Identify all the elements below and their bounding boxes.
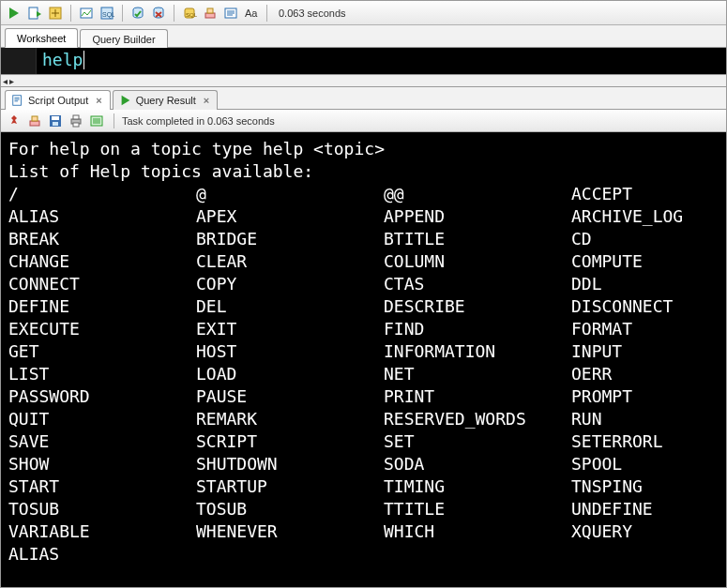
help-topic: ACCEPT — [571, 183, 719, 205]
run-script-button[interactable] — [25, 4, 44, 23]
help-topic: DEFINE — [8, 295, 196, 318]
script-output-icon — [11, 94, 24, 107]
help-topic: RUN — [571, 408, 719, 430]
svg-text:SQL: SQL — [186, 12, 197, 18]
task-status-label: Task completed in 0.063 seconds — [122, 115, 275, 127]
help-topic: SETERRORL — [571, 430, 719, 453]
tab-query-result[interactable]: Query Result × — [113, 90, 219, 110]
editor-gutter — [1, 48, 37, 74]
svg-rect-1 — [29, 8, 38, 19]
help-topic: APPEND — [384, 205, 571, 228]
pin-button[interactable] — [5, 112, 23, 130]
help-topic: @ — [196, 183, 384, 205]
svg-rect-15 — [13, 96, 22, 106]
help-topic: TNSPING — [571, 475, 719, 498]
scroll-right-icon[interactable]: ▸ — [9, 76, 14, 86]
help-topic: BTITLE — [384, 228, 571, 250]
results-toolbar: Task completed in 0.063 seconds — [1, 110, 726, 132]
help-topic: STARTUP — [196, 475, 384, 498]
help-topic: SAVE — [8, 430, 196, 453]
explain-plan-button[interactable] — [46, 4, 65, 23]
help-topic: ALIAS — [8, 205, 196, 228]
help-topic: SHOW — [8, 453, 196, 475]
help-topic: CD — [571, 228, 719, 250]
help-topic: ARCHIVE_LOG — [571, 205, 719, 228]
buffer-size-button[interactable] — [87, 112, 106, 130]
help-topic: NET — [384, 363, 571, 385]
help-topic: SHUTDOWN — [196, 453, 384, 475]
clear-button[interactable] — [201, 4, 220, 23]
help-topic: CTAS — [384, 273, 571, 295]
help-topic: PAUSE — [196, 385, 384, 408]
help-topic: QUIT — [8, 408, 196, 430]
svg-rect-4 — [81, 8, 92, 18]
svg-rect-12 — [207, 8, 213, 13]
output-line: List of Help topics available: — [8, 160, 719, 183]
commit-button[interactable] — [129, 4, 147, 23]
help-topic: COLUMN — [384, 250, 571, 273]
svg-rect-18 — [32, 116, 38, 121]
svg-rect-11 — [205, 13, 215, 18]
print-output-button[interactable] — [67, 112, 85, 130]
help-topic: PASSWORD — [8, 385, 196, 408]
help-topic: COMPUTE — [571, 250, 719, 273]
help-topic: COPY — [196, 273, 384, 295]
unshared-worksheet-button[interactable]: SQL — [180, 4, 199, 23]
tab-query-builder[interactable]: Query Builder — [80, 29, 167, 48]
toolbar-separator — [266, 5, 267, 22]
save-output-button[interactable] — [46, 112, 65, 130]
help-topic: ALIAS — [8, 543, 196, 565]
help-topic: INFORMATION — [384, 340, 571, 363]
help-topic: BREAK — [8, 228, 196, 250]
help-topic: PROMPT — [571, 385, 719, 408]
rollback-button[interactable] — [149, 4, 168, 23]
help-topic: TTITLE — [384, 498, 571, 520]
help-topic: WHENEVER — [196, 520, 384, 543]
clear-output-button[interactable] — [25, 112, 44, 130]
close-icon[interactable]: × — [96, 95, 101, 106]
svg-rect-20 — [52, 116, 59, 120]
svg-marker-16 — [121, 96, 129, 106]
help-topic: EXECUTE — [8, 318, 196, 340]
tab-script-output-label: Script Output — [28, 95, 88, 106]
help-topic: START — [8, 475, 196, 498]
to-upper-lower-button[interactable]: Aa — [242, 4, 261, 23]
sql-tuning-button[interactable]: SQL — [98, 4, 116, 23]
help-topic: BRIDGE — [196, 228, 384, 250]
help-topic: CLEAR — [196, 250, 384, 273]
autotrace-button[interactable] — [77, 4, 96, 23]
close-icon[interactable]: × — [204, 95, 209, 106]
scroll-left-icon[interactable]: ◂ — [3, 76, 8, 86]
elapsed-time-label: 0.063 seconds — [279, 8, 346, 19]
help-topic: XQUERY — [571, 520, 719, 543]
svg-rect-23 — [73, 115, 79, 119]
svg-marker-0 — [9, 8, 19, 19]
tab-worksheet[interactable]: Worksheet — [5, 28, 78, 48]
svg-rect-17 — [30, 121, 39, 126]
tab-script-output[interactable]: Script Output × — [5, 90, 111, 110]
script-output-console[interactable]: For help on a topic type help <topic>Lis… — [1, 132, 726, 587]
help-topic: DDL — [571, 273, 719, 295]
help-topic: WHICH — [384, 520, 571, 543]
help-topic: DISCONNECT — [571, 295, 719, 318]
help-topic: @@ — [384, 183, 571, 205]
results-tab-row: Script Output × Query Result × — [1, 87, 726, 110]
help-topic: FORMAT — [571, 318, 719, 340]
sql-history-button[interactable] — [221, 4, 240, 23]
help-topic: TIMING — [384, 475, 571, 498]
query-result-icon — [119, 94, 132, 107]
help-topic: SET — [384, 430, 571, 453]
help-topic: CONNECT — [8, 273, 196, 295]
help-topic: DESCRIBE — [384, 295, 571, 318]
worksheet-tab-row: Worksheet Query Builder — [1, 25, 726, 48]
sql-editor-input[interactable]: help — [37, 48, 726, 74]
toolbar-separator — [174, 5, 174, 22]
help-topic: TOSUB — [196, 498, 384, 520]
help-topic: SCRIPT — [196, 430, 384, 453]
help-topic: CHANGE — [8, 250, 196, 273]
run-statement-button[interactable] — [5, 4, 23, 23]
help-topic: PRINT — [384, 385, 571, 408]
svg-rect-21 — [53, 122, 58, 126]
help-topic: TOSUB — [8, 498, 196, 520]
help-topic: EXIT — [196, 318, 384, 340]
